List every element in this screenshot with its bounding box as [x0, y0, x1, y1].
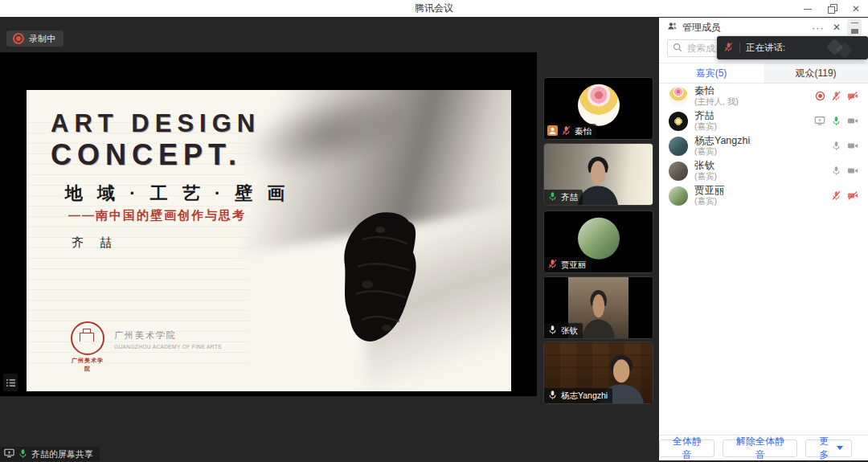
member-row-张钦[interactable]: 张钦(嘉宾)	[659, 158, 868, 183]
speaking-toast: 正在讲话:	[717, 36, 868, 59]
recording-icon	[13, 33, 24, 44]
thumbnail-name-bar: 贾亚丽	[544, 257, 592, 272]
member-name: 齐喆	[694, 111, 808, 121]
university-logo: 广州美术学院 广州美术学院 GUANGZHOU ACADEMY OF FINE …	[71, 321, 222, 373]
manage-members-panel: 管理成员 ··· ✕ 正在讲话: 嘉宾(5)观众(119) 秦怡(	[659, 18, 868, 460]
avatar	[669, 87, 688, 106]
member-role: (嘉宾)	[694, 171, 825, 181]
recording-label: 录制中	[29, 33, 55, 45]
mic-active-icon	[547, 191, 558, 203]
participant-name: 杨志Yangzhi	[561, 390, 608, 402]
screen-share-icon[interactable]	[814, 116, 825, 126]
slide-title-line2: CONCEPT.	[51, 138, 242, 172]
mic-white-icon	[547, 390, 558, 402]
thumbnail-name-bar: 齐喆	[544, 190, 583, 205]
panel-header: 管理成员 ··· ✕	[659, 18, 868, 37]
mic-active-icon[interactable]	[831, 116, 841, 126]
avatar	[669, 112, 688, 131]
member-row-杨志Yangzhi[interactable]: 杨志Yangzhi(嘉宾)	[659, 133, 868, 158]
members-icon	[667, 20, 678, 35]
meeting-window: 腾讯会议 ✕ 录制中 ART DESIGN CONCEPT. 地 域 · 工 艺…	[0, 0, 868, 462]
slide-topic: 地 域 · 工 艺 · 壁 画	[65, 182, 289, 206]
logo-english-name: GUANGZHOU ACADEMY OF FINE ARTS	[114, 344, 222, 350]
mic-on-icon[interactable]	[831, 141, 841, 151]
meeting-content: 录制中 ART DESIGN CONCEPT. 地 域 · 工 艺 · 壁 画 …	[0, 17, 868, 462]
member-role: (嘉宾)	[694, 121, 808, 131]
member-name: 秦怡	[694, 86, 809, 96]
participant-name: 贾亚丽	[561, 260, 587, 271]
more-button[interactable]: 更多	[805, 440, 852, 457]
member-row-秦怡[interactable]: 秦怡(主持人, 我)	[659, 84, 868, 108]
mic-muted-icon	[723, 42, 734, 54]
video-thumbnail-strip: 秦怡齐喆贾亚丽张钦杨志Yangzhi	[543, 76, 653, 423]
panel-close-icon[interactable]: ✕	[833, 22, 841, 33]
share-status-label: 齐喆的屏幕共享	[31, 448, 93, 460]
screen-share-area: ART DESIGN CONCEPT. 地 域 · 工 艺 · 壁 画 ——南中…	[0, 52, 537, 396]
panel-footer: 全体静音 解除全体静音 更多	[659, 435, 868, 460]
thumbnail-name-bar: 秦怡	[544, 124, 596, 139]
mic-muted-icon	[547, 259, 558, 271]
mic-on-icon[interactable]	[831, 166, 841, 176]
video-thumbnail-秦怡[interactable]: 秦怡	[543, 77, 653, 140]
member-name: 贾亚丽	[694, 186, 825, 196]
slide-title-line1: ART DESIGN	[51, 109, 260, 138]
member-name: 张钦	[694, 161, 825, 171]
avatar	[669, 186, 688, 206]
thumbnail-name-bar: 杨志Yangzhi	[544, 388, 612, 403]
restore-button[interactable]	[826, 3, 837, 14]
avatar	[669, 161, 688, 181]
cam-muted-icon[interactable]	[847, 190, 858, 201]
mic-muted-icon[interactable]	[831, 190, 841, 201]
tab-audience[interactable]: 观众(119)	[764, 63, 868, 83]
video-thumbnail-杨志Yangzhi[interactable]: 杨志Yangzhi	[543, 341, 653, 404]
unmute-all-button[interactable]: 解除全体静音	[723, 440, 797, 457]
member-row-贾亚丽[interactable]: 贾亚丽(嘉宾)	[659, 183, 868, 208]
slide-author: 齐 喆	[72, 235, 118, 251]
video-thumbnail-贾亚丽[interactable]: 贾亚丽	[543, 211, 653, 273]
member-list: 秦怡(主持人, 我)齐喆(嘉宾)杨志Yangzhi(嘉宾)张钦(嘉宾)贾亚丽(嘉…	[659, 84, 868, 434]
slide-subtitle: ——南中国的壁画创作与思考	[68, 208, 246, 223]
cam-muted-icon[interactable]	[847, 91, 858, 101]
cam-on-icon[interactable]	[847, 116, 858, 126]
recording-icon[interactable]	[815, 91, 825, 101]
mute-all-button[interactable]: 全体静音	[659, 440, 714, 457]
minimize-button[interactable]	[802, 3, 813, 14]
recording-badge: 录制中	[6, 31, 63, 47]
panel-collapse-handle[interactable]	[847, 19, 862, 35]
video-thumbnail-张钦[interactable]: 张钦	[543, 276, 653, 339]
close-button[interactable]: ✕	[850, 3, 862, 14]
cam-on-icon[interactable]	[847, 166, 858, 176]
member-row-齐喆[interactable]: 齐喆(嘉宾)	[659, 108, 868, 133]
member-role: (主持人, 我)	[694, 96, 809, 106]
tab-guests[interactable]: 嘉宾(5)	[659, 63, 764, 83]
thumbnail-name-bar: 张钦	[544, 323, 583, 338]
host-icon	[547, 125, 558, 137]
chevron-down-icon	[837, 446, 843, 450]
mic-active-icon	[18, 448, 28, 460]
window-title: 腾讯会议	[0, 0, 868, 17]
titlebar: 腾讯会议 ✕	[0, 0, 868, 17]
share-status-bar: 齐喆的屏幕共享	[0, 447, 100, 461]
avatar	[578, 218, 620, 260]
screen-icon	[4, 448, 14, 460]
member-tabs: 嘉宾(5)观众(119)	[659, 63, 868, 84]
mic-muted-icon[interactable]	[831, 91, 841, 101]
member-role: (嘉宾)	[694, 146, 825, 156]
avatar	[578, 84, 620, 126]
mic-white-icon	[547, 325, 558, 337]
cam-on-icon[interactable]	[847, 141, 858, 151]
member-name: 杨志Yangzhi	[694, 136, 825, 146]
video-thumbnail-齐喆[interactable]: 齐喆	[543, 143, 653, 206]
thumbnail-list-toggle[interactable]	[3, 374, 18, 391]
member-role: (嘉宾)	[694, 196, 825, 206]
search-icon	[673, 41, 682, 55]
logo-chinese-name: 广州美术学院	[114, 329, 222, 341]
presentation-slide: ART DESIGN CONCEPT. 地 域 · 工 艺 · 壁 画 ——南中…	[27, 90, 511, 391]
speaking-label: 正在讲话:	[746, 42, 785, 54]
more-options-icon[interactable]: ···	[812, 22, 825, 34]
participant-name: 秦怡	[575, 126, 592, 137]
panel-title: 管理成员	[682, 21, 812, 35]
participant-name: 齐喆	[561, 192, 578, 203]
participant-name: 张钦	[561, 325, 578, 337]
ink-rock-image	[338, 207, 441, 357]
